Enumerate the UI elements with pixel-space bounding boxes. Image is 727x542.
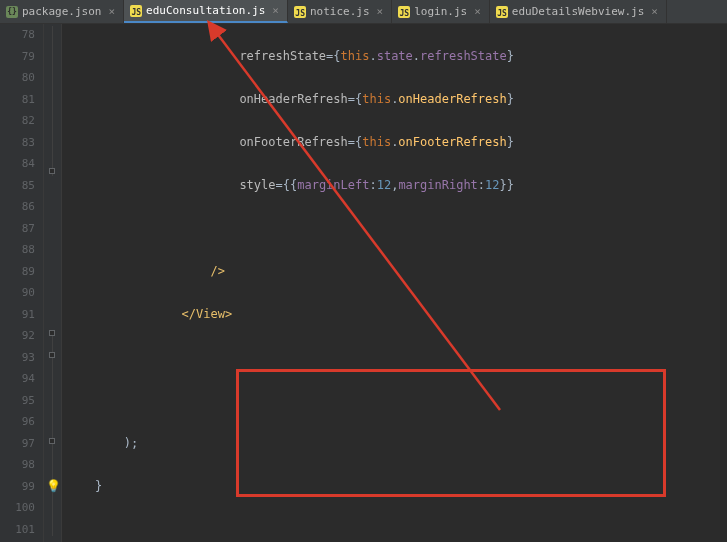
line-number: 86 [0,196,35,218]
line-number: 81 [0,89,35,111]
line-number: 100 [0,497,35,519]
close-icon[interactable]: × [108,5,115,18]
line-number: 82 [0,110,35,132]
tab-label: notice.js [310,5,370,18]
line-number: 95 [0,390,35,412]
close-icon[interactable]: × [474,5,481,18]
tab-package-json[interactable]: {} package.json × [0,0,124,23]
js-icon: JS [496,6,508,18]
line-number: 85 [0,175,35,197]
js-icon: JS [130,5,142,17]
line-number: 98 [0,454,35,476]
code-area[interactable]: refreshState={this.state.refreshState} o… [62,24,727,542]
tab-notice[interactable]: JS notice.js × [288,0,392,23]
tab-label: package.json [22,5,101,18]
line-number: 97 [0,433,35,455]
fold-icon[interactable] [49,168,55,174]
bulb-icon[interactable]: 💡 [46,479,58,491]
tab-label: eduDetailsWebview.js [512,5,644,18]
fold-icon[interactable] [49,352,55,358]
line-number: 80 [0,67,35,89]
line-number: 94 [0,368,35,390]
line-number: 93 [0,347,35,369]
line-number-gutter: 7879808182838485868788899091929394959697… [0,24,44,542]
tab-login[interactable]: JS login.js × [392,0,490,23]
gutter-marks: 💡 [44,24,62,542]
js-icon: JS [398,6,410,18]
line-number: 96 [0,411,35,433]
tab-label: login.js [414,5,467,18]
line-number: 78 [0,24,35,46]
line-number: 84 [0,153,35,175]
close-icon[interactable]: × [272,4,279,17]
line-number: 88 [0,239,35,261]
tab-label: eduConsultation.js [146,4,265,17]
line-number: 83 [0,132,35,154]
line-number: 79 [0,46,35,68]
js-icon: JS [294,6,306,18]
line-number: 99 [0,476,35,498]
line-number: 90 [0,282,35,304]
tab-edu-consultation[interactable]: JS eduConsultation.js × [124,0,288,23]
editor-tabs: {} package.json × JS eduConsultation.js … [0,0,727,24]
close-icon[interactable]: × [377,5,384,18]
tab-edu-details-webview[interactable]: JS eduDetailsWebview.js × [490,0,667,23]
line-number: 89 [0,261,35,283]
json-icon: {} [6,6,18,18]
line-number: 91 [0,304,35,326]
line-number: 101 [0,519,35,541]
line-number: 87 [0,218,35,240]
close-icon[interactable]: × [651,5,658,18]
code-editor[interactable]: 7879808182838485868788899091929394959697… [0,24,727,542]
line-number: 92 [0,325,35,347]
fold-icon[interactable] [49,438,55,444]
